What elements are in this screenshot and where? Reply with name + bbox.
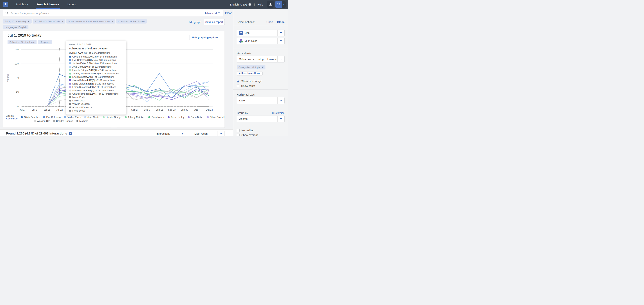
filter-chips-row-2: Languages: English bbox=[3, 25, 28, 29]
user-menu[interactable]: CE ▼ bbox=[275, 1, 286, 8]
legend-item[interactable]: Dario Baker bbox=[188, 116, 204, 119]
show-count-radio[interactable]: Show count bbox=[237, 84, 284, 88]
svg-text:Jul 15: Jul 15 bbox=[44, 108, 50, 111]
series-dot-icon bbox=[188, 116, 190, 118]
close-icon[interactable]: ✕ bbox=[28, 20, 30, 23]
legend-item[interactable]: Erick Nunez bbox=[148, 116, 164, 119]
legend-item[interactable]: Eva Coleman bbox=[43, 116, 60, 119]
group-by-value: Agents bbox=[237, 116, 278, 122]
filter-chip[interactable]: Languages: English bbox=[3, 25, 28, 29]
show-percentage-radio[interactable]: Show percentage bbox=[237, 79, 284, 83]
color-mode-value: Multi-color bbox=[244, 40, 257, 43]
language-selector[interactable]: English (USA) bbox=[230, 3, 252, 6]
svg-text:Sep 2: Sep 2 bbox=[131, 108, 138, 111]
chevron-down-icon bbox=[218, 13, 220, 14]
filter-chip[interactable]: ST_DEMO: DemoCalls✕ bbox=[33, 19, 65, 24]
nav-search-browse[interactable]: Search & browse bbox=[36, 0, 59, 9]
close-link[interactable]: Close bbox=[277, 21, 284, 24]
legend-item[interactable]: Lincoln Ortega bbox=[102, 116, 121, 119]
hide-graphing-options-button[interactable]: Hide graphing options bbox=[189, 35, 221, 40]
legend-item[interactable]: Olivia Sanchez bbox=[21, 116, 40, 119]
normalize-label: Normalize bbox=[242, 129, 253, 132]
legend-agents-label: Agents: Customize bbox=[6, 114, 18, 120]
series-dot-icon bbox=[148, 116, 150, 118]
close-icon[interactable]: ✕ bbox=[112, 20, 113, 23]
legend-item[interactable]: Jaxon Kelley bbox=[168, 116, 184, 119]
bell-icon bbox=[269, 3, 272, 6]
graphing-options-panel: Select options: Undo Close Line Multi-co… bbox=[233, 9, 288, 136]
filter-chips-row: Jul 1, 2019 to today✕ST_DEMO: DemoCalls✕… bbox=[3, 19, 147, 24]
horizontal-axis-label: Horizontal axis bbox=[237, 93, 284, 96]
legend-item[interactable]: Arya Cantu bbox=[84, 116, 99, 119]
line-chart[interactable]: 0%4%8%12%16%VolumeJul 1Jul 8Jul 15Jul 22… bbox=[3, 31, 225, 128]
edit-subset-filters-button[interactable]: Edit subset filters bbox=[237, 71, 262, 76]
show-average-checkbox[interactable]: Show average bbox=[237, 134, 284, 136]
graph-badges: Subset as % of volume 12 agents bbox=[8, 40, 52, 44]
sort-order-value: Most recent bbox=[192, 131, 218, 136]
chart-type-dropdown[interactable]: Line bbox=[237, 30, 284, 36]
horizontal-axis-value: Date bbox=[237, 97, 278, 104]
advanced-search-button[interactable]: Advanced bbox=[202, 10, 223, 16]
chevron-down-icon: ▾ bbox=[27, 4, 28, 6]
results-bar: Found 1,260 (4.3%) of 29,003 interaction… bbox=[0, 129, 233, 136]
hide-graph-link[interactable]: Hide graph bbox=[188, 21, 201, 24]
chevron-down-icon bbox=[278, 38, 284, 44]
sort-order-dropdown[interactable]: Most recent bbox=[192, 131, 225, 136]
legend-item[interactable]: Wesson Orr bbox=[34, 120, 50, 122]
results-type-value: Interactions bbox=[154, 131, 179, 136]
svg-text:Sep 30: Sep 30 bbox=[180, 108, 188, 111]
svg-text:12%: 12% bbox=[14, 62, 19, 65]
horizontal-axis-dropdown[interactable]: Date bbox=[237, 97, 284, 104]
svg-text:Volume: Volume bbox=[6, 74, 9, 82]
categories-chip[interactable]: Categories: Multiple✕ bbox=[237, 65, 266, 70]
divider bbox=[233, 26, 288, 26]
series-dot-icon bbox=[84, 116, 86, 118]
close-icon[interactable]: ✕ bbox=[62, 20, 63, 23]
svg-text:Aug 5: Aug 5 bbox=[81, 108, 88, 111]
svg-text:Jul 22: Jul 22 bbox=[56, 108, 63, 111]
help-link[interactable]: Help bbox=[258, 3, 263, 6]
chevron-down-icon bbox=[278, 97, 284, 104]
svg-text:16%: 16% bbox=[14, 48, 19, 51]
legend-item[interactable]: Charles Bridges bbox=[53, 120, 73, 122]
legend-item[interactable]: Ethan Russell bbox=[207, 116, 224, 119]
series-dot-icon bbox=[207, 116, 209, 118]
save-as-report-button[interactable]: Save as report bbox=[204, 19, 225, 25]
close-icon[interactable]: ✕ bbox=[262, 66, 264, 69]
legend-item[interactable]: Jordan Estes bbox=[64, 116, 81, 119]
series-dot-icon bbox=[102, 116, 105, 118]
group-by-dropdown[interactable]: Agents bbox=[237, 116, 284, 122]
vertical-axis-dropdown[interactable]: Subset as percentage of volume bbox=[237, 56, 284, 63]
app-logo[interactable]: T bbox=[3, 2, 8, 7]
filter-chip[interactable]: Jul 1, 2019 to today✕ bbox=[3, 19, 32, 24]
svg-text:Aug 19: Aug 19 bbox=[106, 108, 113, 111]
chevron-down-icon: ▼ bbox=[282, 1, 286, 8]
checkbox-icon bbox=[237, 134, 240, 136]
chevron-down-icon bbox=[278, 116, 284, 122]
undo-link[interactable]: Undo bbox=[266, 21, 273, 24]
search-input[interactable] bbox=[10, 12, 202, 15]
notifications-button[interactable] bbox=[267, 1, 274, 8]
filter-chip[interactable]: Show results as individual interactions✕ bbox=[66, 19, 115, 24]
resize-handle[interactable] bbox=[111, 126, 118, 128]
svg-text:Jul 8: Jul 8 bbox=[32, 108, 37, 111]
series-dot-icon bbox=[43, 116, 45, 118]
nav-labels[interactable]: Labels bbox=[67, 0, 76, 9]
normalize-checkbox[interactable]: Normalize bbox=[237, 129, 284, 132]
divider bbox=[233, 48, 288, 48]
nav-insights[interactable]: Insights ▾ bbox=[16, 0, 28, 9]
legend-customize-link[interactable]: Customize bbox=[6, 117, 18, 120]
clear-button[interactable]: Clear bbox=[225, 12, 232, 15]
group-by-label: Group by Customize bbox=[237, 111, 284, 114]
filter-chip[interactable]: Countries: United States bbox=[116, 19, 147, 24]
badge-subset: Subset as % of volume bbox=[8, 40, 36, 44]
results-type-dropdown[interactable]: Interactions bbox=[154, 131, 186, 136]
info-icon[interactable]: i bbox=[69, 132, 72, 135]
vertical-axis-value: Subset as percentage of volume bbox=[237, 56, 278, 62]
legend-item[interactable]: 5 others bbox=[76, 120, 88, 122]
show-average-label: Show average bbox=[242, 134, 258, 136]
series-dot-icon bbox=[34, 120, 36, 122]
legend-item[interactable]: Johnny Mcintyre bbox=[125, 116, 145, 119]
group-by-customize-link[interactable]: Customize bbox=[272, 112, 285, 114]
color-mode-dropdown[interactable]: Multi-color bbox=[237, 38, 284, 44]
